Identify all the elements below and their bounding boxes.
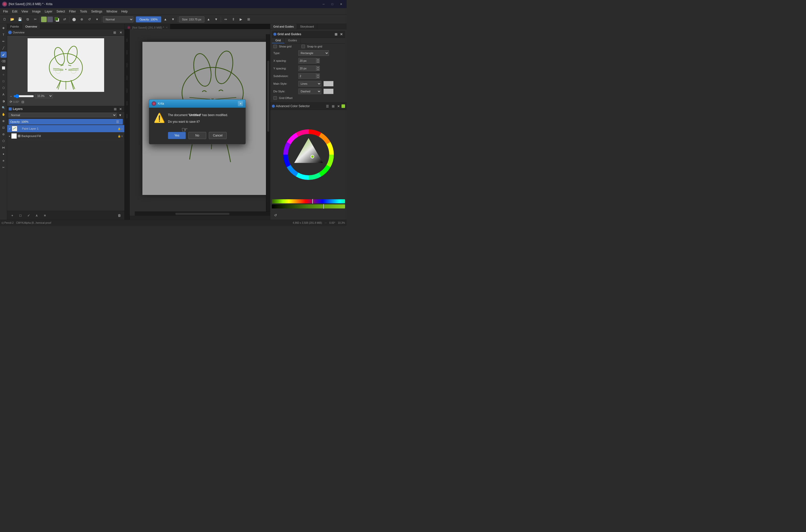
layers-filter-btn[interactable]: ▼: [118, 113, 123, 118]
tab-palette[interactable]: Palette: [7, 24, 22, 29]
mirror-btn[interactable]: ⇔: [222, 16, 229, 23]
main-style-select[interactable]: Lines Dots: [298, 81, 321, 87]
tool-freehand[interactable]: ✏: [1, 38, 7, 44]
menu-help[interactable]: Help: [119, 9, 130, 14]
size-down-btn[interactable]: ▼: [212, 16, 220, 23]
tool-cut[interactable]: ✂: [1, 164, 7, 170]
close-button[interactable]: ✕: [337, 2, 344, 7]
layer-visible-dot[interactable]: ●: [9, 135, 10, 137]
tool-multibr[interactable]: ✳: [1, 158, 7, 164]
delete-layer-btn[interactable]: 🗑: [116, 212, 123, 219]
tool-pan[interactable]: ✋: [1, 111, 7, 117]
maximize-button[interactable]: □: [329, 2, 336, 7]
tool-colorpick[interactable]: 🔍: [1, 104, 7, 111]
layer-bg-alpha-icon[interactable]: α: [121, 135, 123, 137]
layers-opacity-menu[interactable]: ☰: [114, 118, 121, 125]
layers-blend-mode[interactable]: Normal: [9, 113, 117, 117]
menu-filter[interactable]: Filter: [67, 9, 78, 14]
tool-zoom[interactable]: ⊕: [1, 118, 7, 124]
layer-merge-btn[interactable]: ✓: [25, 212, 32, 219]
layer-group-btn[interactable]: □: [17, 212, 24, 219]
tool-select-rect[interactable]: ⊡: [1, 125, 7, 131]
sub-tab-grid[interactable]: Grid: [272, 38, 285, 43]
layers-opacity-bar[interactable]: Opacity: 100% ☰: [9, 119, 123, 125]
save-button[interactable]: 💾: [16, 16, 23, 23]
color-wheel[interactable]: [283, 129, 334, 180]
layer-bg-lock-icon[interactable]: 🔒: [118, 135, 121, 137]
x-spacing-up[interactable]: ▲: [316, 58, 320, 61]
overview-sidebar-btn[interactable]: ⊟: [20, 99, 25, 104]
new-button[interactable]: 🗋: [1, 16, 8, 23]
menu-layer[interactable]: Layer: [43, 9, 54, 14]
tool-polygon[interactable]: ⬡: [1, 85, 7, 91]
tab-overview[interactable]: Overview: [22, 24, 40, 29]
grid-panel-close[interactable]: ✕: [339, 32, 343, 37]
layer-visible-check[interactable]: ✓: [9, 127, 11, 130]
open-button[interactable]: 📂: [9, 16, 16, 23]
crop2-btn[interactable]: ⊞: [245, 16, 252, 23]
size-button[interactable]: Size: 153.75 px: [179, 16, 204, 22]
color-panel-close[interactable]: ✕: [336, 104, 341, 109]
color-hue-bar[interactable]: [272, 199, 345, 203]
div-style-select[interactable]: Dashed Lines Dots: [298, 89, 321, 94]
opacity-button[interactable]: Opacity: 100%: [136, 16, 161, 22]
tool-circle[interactable]: ○: [1, 72, 7, 78]
x-spacing-input[interactable]: [298, 58, 316, 63]
size-up-btn[interactable]: ▲: [205, 16, 212, 23]
current-color-swatch[interactable]: [341, 104, 345, 108]
layer-menu-btn[interactable]: ≡: [41, 212, 49, 219]
type-select[interactable]: Rectangle Isometric: [298, 50, 329, 56]
tool-contiguous[interactable]: ⋈: [1, 145, 7, 151]
grid-offset-checkbox[interactable]: [273, 96, 277, 100]
tab-storyboard[interactable]: Storyboard: [297, 24, 317, 29]
color-panel-expand[interactable]: ⊞: [331, 104, 335, 109]
color-swap-btn[interactable]: ⇄: [61, 16, 68, 23]
show-grid-checkbox[interactable]: [273, 45, 277, 48]
menu-settings[interactable]: Settings: [89, 9, 104, 14]
fg-bg-colors[interactable]: [53, 16, 60, 23]
tool-select-freehand[interactable]: ⊘: [1, 131, 7, 137]
color-refresh-btn[interactable]: ↺: [272, 211, 279, 218]
menu-tools[interactable]: Tools: [78, 9, 89, 14]
add-layer-btn[interactable]: +: [9, 212, 16, 219]
tab-grid-guides[interactable]: Grid and Guides: [270, 24, 297, 29]
tool-brush[interactable]: 🖌: [1, 52, 7, 58]
layer-lock-icon[interactable]: 🔒: [118, 127, 121, 130]
zoom-slider[interactable]: [14, 94, 34, 98]
sub-tab-guides[interactable]: Guides: [285, 38, 301, 43]
color-panel-menu-btn[interactable]: ☰: [325, 103, 330, 109]
tool-line[interactable]: ╱: [1, 45, 7, 51]
zoom-select[interactable]: 10.3%: [35, 94, 53, 98]
tool-text[interactable]: A: [1, 91, 7, 97]
overview-expand-btn[interactable]: ⊞: [112, 30, 117, 35]
menu-image[interactable]: Image: [30, 9, 43, 14]
color-wheel-container[interactable]: [270, 110, 346, 199]
layer-item-bg[interactable]: ● Background Fill 🔒 α: [7, 132, 124, 140]
blend-mode-select[interactable]: Normal: [103, 16, 133, 22]
subdivision-up[interactable]: ▲: [316, 74, 320, 76]
fill-btn[interactable]: ⬤: [71, 16, 78, 23]
tool-eraser[interactable]: ⌫: [1, 58, 7, 64]
tool-rect[interactable]: □: [1, 78, 7, 84]
brush-preset-btn[interactable]: [41, 17, 47, 22]
y-spacing-input[interactable]: [298, 65, 316, 71]
menu-view[interactable]: View: [19, 9, 30, 14]
subdivision-input[interactable]: [298, 73, 316, 79]
x-spacing-down[interactable]: ▼: [316, 61, 320, 63]
tool-transform[interactable]: T: [1, 32, 7, 38]
dialog-cancel-button[interactable]: Cancel: [209, 132, 227, 139]
opacity-down-btn[interactable]: ▼: [169, 16, 176, 23]
gradient-btn[interactable]: ⊕: [78, 16, 85, 23]
menu-edit[interactable]: Edit: [10, 9, 19, 14]
layer-up-btn[interactable]: ∧: [33, 212, 40, 219]
grid-panel-expand[interactable]: ⊞: [334, 32, 338, 37]
snap-grid-checkbox[interactable]: [301, 45, 305, 48]
layer-item-paint[interactable]: ✓ Paint Layer 1 🔒 α: [7, 125, 124, 132]
dropdown-btn[interactable]: ▾: [93, 16, 100, 23]
menu-file[interactable]: File: [1, 9, 10, 14]
main-style-color[interactable]: [323, 81, 334, 87]
play-btn[interactable]: ▶: [237, 16, 244, 23]
tool-select-polygon[interactable]: ⬠: [1, 138, 7, 144]
mirror-v-btn[interactable]: ⇕: [230, 16, 237, 23]
dialog-no-button[interactable]: No: [188, 132, 206, 139]
